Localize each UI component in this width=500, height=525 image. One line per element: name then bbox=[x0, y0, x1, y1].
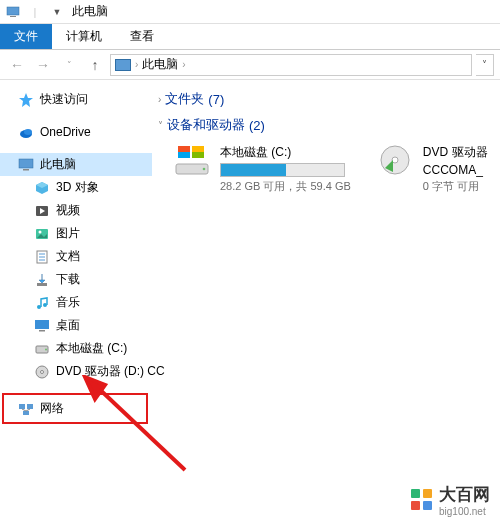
sidebar-this-pc[interactable]: 此电脑 bbox=[0, 153, 152, 176]
window-title: 此电脑 bbox=[72, 3, 108, 20]
sidebar-label: 本地磁盘 (C:) bbox=[56, 340, 127, 357]
drive-dvd[interactable]: DVD 驱动器 CCCOMA_ 0 字节 可用 bbox=[375, 144, 488, 194]
svg-rect-1 bbox=[10, 16, 16, 17]
titlebar-divider: | bbox=[28, 5, 42, 19]
svg-rect-45 bbox=[423, 489, 432, 498]
watermark-url: big100.net bbox=[439, 506, 490, 517]
sidebar-label: 桌面 bbox=[56, 317, 80, 334]
addressbar: ← → ˅ ↑ › 此电脑 › ˅ bbox=[0, 50, 500, 80]
video-icon bbox=[34, 203, 50, 219]
svg-point-27 bbox=[41, 370, 44, 373]
sidebar-onedrive[interactable]: OneDrive bbox=[0, 121, 152, 143]
sidebar-music[interactable]: 音乐 bbox=[0, 291, 152, 314]
hdd-icon bbox=[172, 144, 212, 176]
sidebar-3d-objects[interactable]: 3D 对象 bbox=[0, 176, 152, 199]
desktop-icon bbox=[34, 318, 50, 334]
svg-rect-18 bbox=[37, 283, 47, 286]
svg-rect-0 bbox=[7, 7, 19, 15]
sidebar-downloads[interactable]: 下载 bbox=[0, 268, 152, 291]
svg-rect-37 bbox=[178, 146, 190, 152]
sidebar-network[interactable]: 网络 bbox=[4, 397, 146, 420]
star-icon bbox=[18, 92, 34, 108]
drive-sub: CCCOMA_ bbox=[423, 163, 488, 177]
section-label: 设备和驱动器 bbox=[167, 116, 245, 134]
folders-section-header[interactable]: › 文件夹 (7) bbox=[158, 86, 500, 112]
svg-rect-6 bbox=[23, 169, 29, 171]
drive-usage-fill bbox=[221, 164, 286, 176]
drives-list: 本地磁盘 (C:) 28.2 GB 可用，共 59.4 GB DV bbox=[158, 138, 500, 194]
devices-section-header[interactable]: ˅ 设备和驱动器 (2) bbox=[158, 112, 500, 138]
navigation-sidebar: 快速访问 OneDrive 此电脑 3D 对象 视频 bbox=[0, 80, 152, 525]
sidebar-label: 此电脑 bbox=[40, 156, 76, 173]
music-icon bbox=[34, 295, 50, 311]
svg-point-25 bbox=[45, 348, 47, 350]
address-dropdown-button[interactable]: ˅ bbox=[476, 54, 494, 76]
sidebar-local-disk-c[interactable]: 本地磁盘 (C:) bbox=[0, 337, 152, 360]
sidebar-label: 下载 bbox=[56, 271, 80, 288]
sidebar-videos[interactable]: 视频 bbox=[0, 199, 152, 222]
cube-icon bbox=[34, 180, 50, 196]
nav-forward-button[interactable]: → bbox=[32, 54, 54, 76]
pc-icon bbox=[6, 5, 20, 19]
chevron-right-icon: › bbox=[135, 59, 138, 70]
svg-rect-38 bbox=[192, 146, 204, 152]
drive-stats: 28.2 GB 可用，共 59.4 GB bbox=[220, 179, 351, 194]
address-field[interactable]: › 此电脑 › bbox=[110, 54, 472, 76]
network-highlight-box: 网络 bbox=[2, 393, 148, 424]
window-titlebar: | ▼ 此电脑 bbox=[0, 0, 500, 24]
drive-name: DVD 驱动器 bbox=[423, 144, 488, 161]
sidebar-quick-access[interactable]: 快速访问 bbox=[0, 88, 152, 111]
section-count: (2) bbox=[249, 118, 265, 133]
chevron-right-icon: › bbox=[158, 94, 161, 105]
network-icon bbox=[18, 401, 34, 417]
svg-marker-19 bbox=[39, 274, 45, 283]
menu-file[interactable]: 文件 bbox=[0, 24, 52, 49]
nav-up-button[interactable]: ↑ bbox=[84, 54, 106, 76]
disc-icon bbox=[34, 364, 50, 380]
svg-rect-23 bbox=[39, 330, 45, 332]
nav-history-dropdown[interactable]: ˅ bbox=[58, 54, 80, 76]
pc-icon bbox=[18, 157, 34, 173]
svg-point-12 bbox=[39, 230, 42, 233]
svg-line-32 bbox=[26, 409, 30, 411]
sidebar-label: 3D 对象 bbox=[56, 179, 99, 196]
sidebar-label: 音乐 bbox=[56, 294, 80, 311]
sidebar-pictures[interactable]: 图片 bbox=[0, 222, 152, 245]
watermark: 大百网 big100.net bbox=[411, 483, 490, 517]
sidebar-dvd-drive[interactable]: DVD 驱动器 (D:) CC bbox=[0, 360, 152, 383]
svg-rect-28 bbox=[19, 404, 25, 409]
drive-local-c[interactable]: 本地磁盘 (C:) 28.2 GB 可用，共 59.4 GB bbox=[172, 144, 351, 194]
svg-point-4 bbox=[24, 129, 32, 135]
svg-rect-46 bbox=[411, 501, 420, 510]
cloud-icon bbox=[18, 124, 34, 140]
titlebar-dropdown-icon[interactable]: ▼ bbox=[50, 5, 64, 19]
nav-back-button[interactable]: ← bbox=[6, 54, 28, 76]
menu-computer[interactable]: 计算机 bbox=[52, 24, 116, 49]
sidebar-label: 网络 bbox=[40, 400, 64, 417]
drive-usage-bar bbox=[220, 163, 345, 177]
chevron-right-icon: › bbox=[182, 59, 185, 70]
dvd-icon bbox=[375, 144, 415, 176]
watermark-logo-icon bbox=[411, 489, 433, 511]
sidebar-label: 视频 bbox=[56, 202, 80, 219]
sidebar-documents[interactable]: 文档 bbox=[0, 245, 152, 268]
chevron-down-icon: ˅ bbox=[158, 120, 163, 131]
drive-icon bbox=[34, 341, 50, 357]
sidebar-label: 文档 bbox=[56, 248, 80, 265]
content-pane: › 文件夹 (7) ˅ 设备和驱动器 (2) bbox=[152, 80, 500, 525]
document-icon bbox=[34, 249, 50, 265]
svg-rect-22 bbox=[35, 320, 49, 329]
sidebar-label: 快速访问 bbox=[40, 91, 88, 108]
svg-rect-30 bbox=[23, 411, 29, 415]
menubar: 文件 计算机 查看 bbox=[0, 24, 500, 50]
svg-rect-5 bbox=[19, 159, 33, 168]
sidebar-label: 图片 bbox=[56, 225, 80, 242]
menu-view[interactable]: 查看 bbox=[116, 24, 168, 49]
section-label: 文件夹 bbox=[165, 90, 204, 108]
section-count: (7) bbox=[208, 92, 224, 107]
address-segment[interactable]: 此电脑 bbox=[142, 56, 178, 73]
watermark-brand: 大百网 bbox=[439, 483, 490, 506]
sidebar-desktop[interactable]: 桌面 bbox=[0, 314, 152, 337]
sidebar-label: DVD 驱动器 (D:) CC bbox=[56, 363, 165, 380]
drive-name: 本地磁盘 (C:) bbox=[220, 144, 351, 161]
